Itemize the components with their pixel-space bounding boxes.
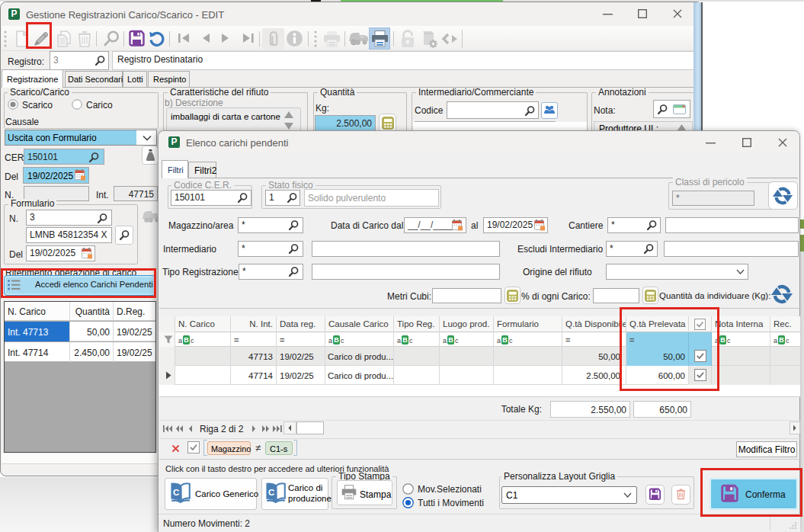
svg-text:C: C — [173, 488, 179, 497]
svg-text:C: C — [268, 488, 274, 497]
